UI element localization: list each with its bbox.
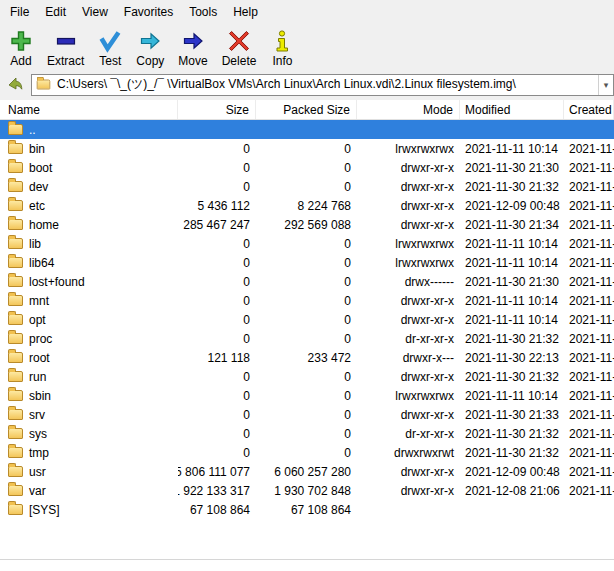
cell-modified xyxy=(460,120,564,139)
test-button[interactable]: Test xyxy=(91,26,129,69)
file-row[interactable]: sys00dr-xr-xr-x2021-11-30 21:322021-11- xyxy=(0,424,614,443)
navigate-up-button[interactable] xyxy=(4,74,26,96)
cell-mode xyxy=(357,120,460,139)
file-row[interactable]: opt00drwxr-xr-x2021-11-11 10:142021-11- xyxy=(0,310,614,329)
column-header-created[interactable]: Created xyxy=(564,100,614,119)
cell-size: 0 xyxy=(178,177,256,196)
extract-button-label: Extract xyxy=(47,54,84,68)
move-button[interactable]: Move xyxy=(171,26,214,69)
folder-icon xyxy=(8,371,23,382)
folder-icon xyxy=(8,390,23,401)
cell-packed: 233 472 xyxy=(256,348,357,367)
cell-created: 2021-11- xyxy=(564,139,614,158)
folder-icon xyxy=(8,428,23,439)
file-row[interactable]: sbin00lrwxrwxrwx2021-11-11 10:142021-11- xyxy=(0,386,614,405)
cell-name: usr xyxy=(0,462,178,481)
column-header-name[interactable]: Name xyxy=(0,100,178,119)
file-name: sbin xyxy=(29,389,51,403)
folder-icon xyxy=(8,504,23,515)
folder-icon xyxy=(8,257,23,268)
file-row[interactable]: tmp00drwxrwxrwt2021-11-30 21:322021-11- xyxy=(0,443,614,462)
menu-edit[interactable]: Edit xyxy=(37,1,74,23)
folder-icon xyxy=(8,333,23,344)
column-header-size[interactable]: Size xyxy=(178,100,256,119)
file-row[interactable]: lib6400lrwxrwxrwx2021-11-11 10:142021-11… xyxy=(0,253,614,272)
cell-mode: drwxr-xr-x xyxy=(357,158,460,177)
cell-created: 2021-11- xyxy=(564,253,614,272)
file-row[interactable]: home285 467 247292 569 088drwxr-xr-x2021… xyxy=(0,215,614,234)
menu-file[interactable]: File xyxy=(2,1,37,23)
menu-favorites[interactable]: Favorites xyxy=(116,1,181,23)
cell-packed: 0 xyxy=(256,310,357,329)
file-row[interactable]: .. xyxy=(0,120,614,139)
cell-packed: 0 xyxy=(256,139,357,158)
cell-name: lost+found xyxy=(0,272,178,291)
file-name: etc xyxy=(29,199,45,213)
cell-mode: drwxr-xr-x xyxy=(357,367,460,386)
cell-created xyxy=(564,500,614,519)
file-row[interactable]: root121 118233 472drwxr-x---2021-11-30 2… xyxy=(0,348,614,367)
file-name: .. xyxy=(29,123,36,137)
file-row[interactable]: usr5 806 111 0776 060 257 280drwxr-xr-x2… xyxy=(0,462,614,481)
file-row[interactable]: run00drwxr-xr-x2021-11-30 21:322021-11- xyxy=(0,367,614,386)
cell-name: var xyxy=(0,481,178,500)
file-row[interactable]: boot00drwxr-xr-x2021-11-30 21:302021-11- xyxy=(0,158,614,177)
cell-packed: 0 xyxy=(256,405,357,424)
file-name: run xyxy=(29,370,46,384)
folder-icon xyxy=(8,447,23,458)
cell-size: 285 467 247 xyxy=(178,215,256,234)
menu-view[interactable]: View xyxy=(74,1,116,23)
file-row[interactable]: [SYS]67 108 86467 108 864 xyxy=(0,500,614,519)
file-row[interactable]: var1 922 133 3171 930 702 848drwxr-xr-x2… xyxy=(0,481,614,500)
cell-size: 0 xyxy=(178,310,256,329)
test-checkmark-icon xyxy=(98,29,122,53)
file-row[interactable]: proc00dr-xr-xr-x2021-11-30 21:322021-11- xyxy=(0,329,614,348)
cell-size: 0 xyxy=(178,386,256,405)
file-list: Name Size Packed Size Mode Modified Crea… xyxy=(0,100,614,559)
file-name: proc xyxy=(29,332,52,346)
cell-modified: 2021-11-30 21:32 xyxy=(460,443,564,462)
file-row[interactable]: dev00drwxr-xr-x2021-11-30 21:322021-11- xyxy=(0,177,614,196)
cell-name: lib xyxy=(0,234,178,253)
cell-name: srv xyxy=(0,405,178,424)
file-row[interactable]: srv00drwxr-xr-x2021-11-30 21:332021-11- xyxy=(0,405,614,424)
file-row[interactable]: etc5 436 1128 224 768drwxr-xr-x2021-12-0… xyxy=(0,196,614,215)
column-header-modified[interactable]: Modified xyxy=(460,100,564,119)
cell-packed: 6 060 257 280 xyxy=(256,462,357,481)
folder-icon xyxy=(8,409,23,420)
file-row[interactable]: bin00lrwxrwxrwx2021-11-11 10:142021-11- xyxy=(0,139,614,158)
menu-tools[interactable]: Tools xyxy=(181,1,225,23)
cell-mode: dr-xr-xr-x xyxy=(357,424,460,443)
move-arrow-icon xyxy=(181,29,205,53)
file-name: var xyxy=(29,484,46,498)
address-input[interactable]: C:\Users\ ¯\_(ツ)_/¯ \VirtualBox VMs\Arch… xyxy=(31,74,614,96)
file-name: boot xyxy=(29,161,52,175)
cell-packed: 0 xyxy=(256,291,357,310)
column-header-mode[interactable]: Mode xyxy=(357,100,460,119)
cell-packed: 0 xyxy=(256,386,357,405)
copy-button[interactable]: Copy xyxy=(129,26,171,69)
column-header-packed-size[interactable]: Packed Size xyxy=(256,100,357,119)
cell-size: 0 xyxy=(178,272,256,291)
cell-modified: 2021-12-09 00:48 xyxy=(460,462,564,481)
cell-mode: drwxr-x--- xyxy=(357,348,460,367)
menu-help[interactable]: Help xyxy=(225,1,266,23)
cell-mode: drwxr-xr-x xyxy=(357,405,460,424)
file-row[interactable]: lost+found00drwx------2021-11-30 21:3020… xyxy=(0,272,614,291)
cell-mode xyxy=(357,500,460,519)
file-row[interactable]: lib00lrwxrwxrwx2021-11-11 10:142021-11- xyxy=(0,234,614,253)
extract-button[interactable]: Extract xyxy=(40,26,91,69)
add-button[interactable]: Add xyxy=(2,26,40,69)
file-name: root xyxy=(29,351,50,365)
folder-icon xyxy=(8,485,23,496)
info-button[interactable]: Info xyxy=(263,26,301,69)
delete-button[interactable]: Delete xyxy=(215,26,264,69)
file-name: dev xyxy=(29,180,48,194)
info-button-label: Info xyxy=(272,54,292,68)
cell-packed: 0 xyxy=(256,367,357,386)
cell-modified: 2021-11-30 21:30 xyxy=(460,272,564,291)
address-dropdown-button[interactable]: ▾ xyxy=(598,75,613,95)
add-button-label: Add xyxy=(10,54,31,68)
file-row[interactable]: mnt00drwxr-xr-x2021-11-11 10:142021-11- xyxy=(0,291,614,310)
cell-created: 2021-11- xyxy=(564,291,614,310)
